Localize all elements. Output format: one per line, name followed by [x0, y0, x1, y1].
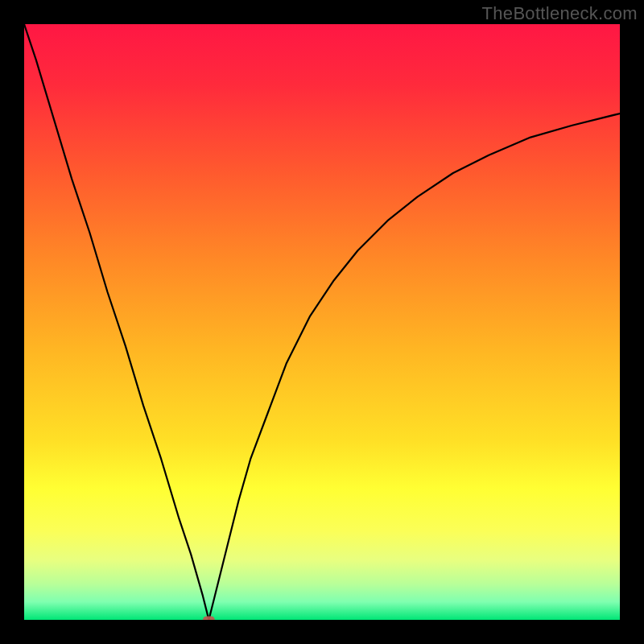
vertex-marker — [203, 617, 215, 620]
chart-plot-area — [24, 24, 620, 620]
watermark-text: TheBottleneck.com — [482, 3, 638, 24]
marker-layer — [203, 617, 215, 620]
chart-frame: TheBottleneck.com — [0, 0, 644, 644]
gradient-background — [24, 24, 620, 620]
